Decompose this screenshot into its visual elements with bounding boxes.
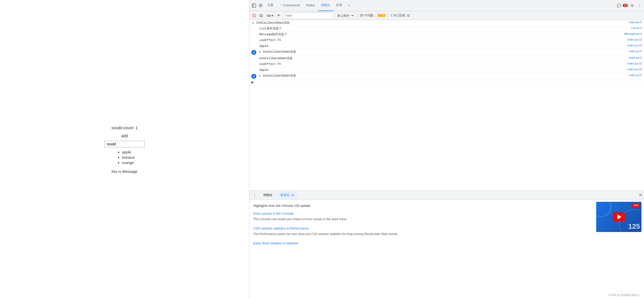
sssdd-input[interactable] xyxy=(104,141,145,147)
new-badge: new xyxy=(632,203,640,207)
log-link[interactable]: index.jsx:32 xyxy=(627,62,642,65)
log-entry[interactable]: 2 ▸ UseCallbackDemo渲染 index.jsx:6 xyxy=(249,73,644,80)
tab-components[interactable]: ⚛ Components xyxy=(276,0,303,11)
new-features-header: ⋮ 控制台 新变化 ✕ ✕ xyxy=(249,191,644,200)
log-text: UseCallbackDemo渲染 xyxy=(256,21,629,25)
log-entry[interactable]: useEffect-fn index.jsx:32 xyxy=(249,38,644,43)
console-tab-badge-area: 💬 20 xyxy=(617,4,628,8)
log-entry[interactable]: apple index.jsx:33 xyxy=(249,67,644,73)
toggle-filter-button[interactable] xyxy=(258,13,264,18)
log-count-badge: 3 xyxy=(251,50,256,55)
app-panel: sssdd-count: 1 add apple banana orange t… xyxy=(0,0,249,299)
log-link[interactable]: index.jsx:6 xyxy=(629,50,642,53)
close-tab-button[interactable]: ✕ xyxy=(291,193,295,197)
devtools-main: ▸ UseCallbackDemo渲染 index.jsx:6 List组件渲染… xyxy=(249,20,644,299)
log-entry[interactable]: apple index.jsx:33 xyxy=(249,43,644,49)
log-text: apple xyxy=(259,68,627,72)
log-text: UseCallbackDemo渲染 xyxy=(263,74,629,78)
log-entry[interactable]: UseCallbackDemo渲染 index.jsx:6 xyxy=(249,56,644,61)
feature-title-1[interactable]: Error causes in the Console xyxy=(253,212,590,215)
dock-icon[interactable] xyxy=(251,3,257,8)
log-entry[interactable]: ▸ UseCallbackDemo渲染 index.jsx:6 xyxy=(249,20,644,26)
toolbar-separator xyxy=(357,13,357,18)
console-badge: 20 xyxy=(623,4,628,7)
eye-icon[interactable]: 👁 xyxy=(276,13,282,18)
log-text: List组件渲染了 xyxy=(259,26,631,31)
log-entry[interactable]: useEffect-fn index.jsx:32 xyxy=(249,61,644,67)
log-text: apple xyxy=(259,44,627,48)
add-button[interactable]: add xyxy=(119,133,130,139)
decorative-circle-1 xyxy=(591,200,611,217)
dropdown-arrow-icon: ▾ xyxy=(272,14,273,17)
feature-item-2: CSS selector statistics in Performance T… xyxy=(253,226,590,236)
log-text: UseCallbackDemo渲染 xyxy=(259,56,629,61)
log-entry[interactable]: 3 ▸ UseCallbackDemo渲染 index.jsx:6 xyxy=(249,49,644,56)
log-link[interactable]: index.jsx:32 xyxy=(627,38,642,41)
message-display: this is Message xyxy=(111,169,137,174)
log-entry[interactable]: ▶ xyxy=(249,80,644,85)
list-item: banana xyxy=(122,155,135,160)
log-link[interactable]: List.jsx:4 xyxy=(631,26,642,29)
log-link[interactable]: index.jsx:6 xyxy=(629,74,642,77)
expand-icon[interactable]: ▸ xyxy=(258,74,262,78)
context-selector[interactable]: top ▾ xyxy=(265,13,275,18)
toolbar-gear-icon[interactable]: ⚙ xyxy=(407,14,410,18)
feature-title-2[interactable]: CSS selector statistics in Performance xyxy=(253,226,590,230)
features-content: Highlights from the Chrome 125 update Er… xyxy=(249,200,644,299)
log-link[interactable]: index.jsx:6 xyxy=(629,56,642,59)
feature-title-3[interactable]: Early Hints headers in Network xyxy=(253,241,590,245)
count-display: sssdd-count: 1 xyxy=(111,126,138,130)
toolbar-separator-2 xyxy=(388,13,388,18)
hidden-count-label: 2 条已隐藏 xyxy=(391,13,405,18)
clear-console-button[interactable]: 🚫 xyxy=(251,13,257,18)
devtools-panel: 元素 ⚛ Components Redux 控制台 应用 » 💬 20 xyxy=(249,0,644,299)
log-entry[interactable]: Message组件渲染了 Message.jsx:4 xyxy=(249,32,644,38)
close-panel-button[interactable]: ✕ xyxy=(639,193,642,197)
log-entry[interactable]: List组件渲染了 List.jsx:4 xyxy=(249,26,644,32)
new-features-panel: ⋮ 控制台 新变化 ✕ ✕ Highlights from the Chrome… xyxy=(249,191,644,299)
features-left: Highlights from the Chrome 125 update Er… xyxy=(249,200,594,299)
log-link[interactable]: index.jsx:33 xyxy=(627,68,642,71)
console-logs: ▸ UseCallbackDemo渲染 index.jsx:6 List组件渲染… xyxy=(249,20,644,191)
feature-desc-1: The Console now shows you chains of erro… xyxy=(253,217,590,221)
more-menu-button[interactable]: ⋮ xyxy=(636,3,642,8)
log-link[interactable]: index.jsx:6 xyxy=(629,21,642,24)
tab-more[interactable]: » xyxy=(345,0,353,11)
csdn-watermark: CSDN @ 在前端这条路上... xyxy=(608,293,642,297)
devtools-tabs: 元素 ⚛ Components Redux 控制台 应用 » xyxy=(264,0,616,11)
tab-console-pill[interactable]: 控制台 xyxy=(260,192,275,199)
tab-console[interactable]: 控制台 xyxy=(318,0,333,11)
features-right: new 125 xyxy=(594,200,644,299)
log-link[interactable]: index.jsx:33 xyxy=(627,44,642,47)
log-text: Message组件渲染了 xyxy=(259,32,624,37)
inspect-icon[interactable] xyxy=(258,3,263,8)
list-item: apple xyxy=(122,149,135,155)
tab-redux[interactable]: Redux xyxy=(303,0,318,11)
log-text: useEffect-fn xyxy=(259,62,627,67)
video-thumbnail[interactable]: new 125 xyxy=(596,202,641,232)
devtools-topbar: 元素 ⚛ Components Redux 控制台 应用 » 💬 20 xyxy=(249,0,644,11)
expand-icon[interactable]: ▸ xyxy=(251,21,255,25)
version-number: 125 xyxy=(628,222,640,230)
fruit-list: apple banana orange xyxy=(114,149,135,165)
expand-more-icon[interactable]: ▶ xyxy=(251,80,254,84)
settings-button[interactable]: ⚙ xyxy=(629,3,635,8)
expand-icon[interactable]: ▸ xyxy=(258,50,262,54)
console-toolbar: 🚫 top ▾ 👁 默认级别 20 个问题： ⚠ 20 2 条已隐藏 ⚙ xyxy=(249,11,644,20)
log-level-select[interactable]: 默认级别 xyxy=(335,13,355,18)
list-item: orange xyxy=(122,160,135,165)
app-content: sssdd-count: 1 add apple banana orange t… xyxy=(104,126,145,174)
tab-elements[interactable]: 元素 xyxy=(264,0,276,11)
panel-menu-icon[interactable]: ⋮ xyxy=(251,192,258,198)
feature-desc-2: The Performance panel can now show you C… xyxy=(253,232,590,236)
log-text: UseCallbackDemo渲染 xyxy=(263,50,629,54)
feature-item-3: Early Hints headers in Network xyxy=(253,241,590,245)
tab-application[interactable]: 应用 xyxy=(333,0,345,11)
filter-input[interactable] xyxy=(283,13,334,19)
topbar-right: 💬 20 ⚙ ⋮ xyxy=(617,3,642,8)
issues-count-label: 20 个问题： xyxy=(360,13,376,18)
warn-badge: ⚠ 20 xyxy=(378,14,385,17)
tab-new-changes-pill[interactable]: 新变化 ✕ xyxy=(277,192,298,199)
log-count-badge: 2 xyxy=(251,74,256,79)
log-link[interactable]: Message.jsx:4 xyxy=(624,32,642,35)
